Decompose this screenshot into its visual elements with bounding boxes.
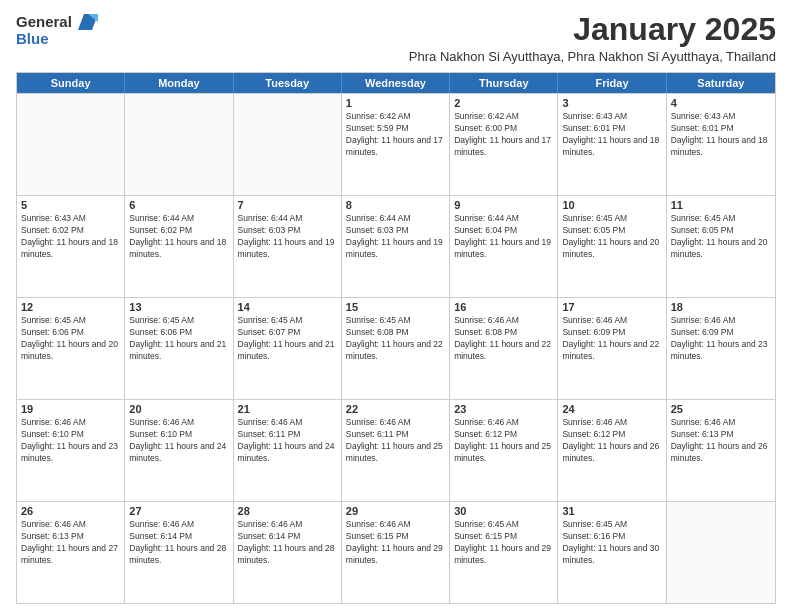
day-number: 31 [562, 505, 661, 517]
day-number: 1 [346, 97, 445, 109]
day-info: Sunrise: 6:43 AMSunset: 6:02 PMDaylight:… [21, 213, 120, 261]
table-row: 28Sunrise: 6:46 AMSunset: 6:14 PMDayligh… [234, 502, 342, 603]
table-row: 2Sunrise: 6:42 AMSunset: 6:00 PMDaylight… [450, 94, 558, 195]
day-number: 22 [346, 403, 445, 415]
table-row: 26Sunrise: 6:46 AMSunset: 6:13 PMDayligh… [17, 502, 125, 603]
day-info: Sunrise: 6:45 AMSunset: 6:05 PMDaylight:… [562, 213, 661, 261]
table-row [667, 502, 775, 603]
day-number: 12 [21, 301, 120, 313]
day-number: 9 [454, 199, 553, 211]
table-row: 23Sunrise: 6:46 AMSunset: 6:12 PMDayligh… [450, 400, 558, 501]
table-row: 24Sunrise: 6:46 AMSunset: 6:12 PMDayligh… [558, 400, 666, 501]
day-info: Sunrise: 6:46 AMSunset: 6:11 PMDaylight:… [238, 417, 337, 465]
calendar-header: Sunday Monday Tuesday Wednesday Thursday… [17, 73, 775, 93]
table-row: 27Sunrise: 6:46 AMSunset: 6:14 PMDayligh… [125, 502, 233, 603]
day-info: Sunrise: 6:45 AMSunset: 6:16 PMDaylight:… [562, 519, 661, 567]
day-info: Sunrise: 6:46 AMSunset: 6:11 PMDaylight:… [346, 417, 445, 465]
day-info: Sunrise: 6:45 AMSunset: 6:06 PMDaylight:… [129, 315, 228, 363]
day-number: 17 [562, 301, 661, 313]
day-info: Sunrise: 6:43 AMSunset: 6:01 PMDaylight:… [562, 111, 661, 159]
day-number: 30 [454, 505, 553, 517]
week-5: 26Sunrise: 6:46 AMSunset: 6:13 PMDayligh… [17, 501, 775, 603]
logo-blue: Blue [16, 30, 49, 47]
table-row: 19Sunrise: 6:46 AMSunset: 6:10 PMDayligh… [17, 400, 125, 501]
table-row: 4Sunrise: 6:43 AMSunset: 6:01 PMDaylight… [667, 94, 775, 195]
table-row: 13Sunrise: 6:45 AMSunset: 6:06 PMDayligh… [125, 298, 233, 399]
day-info: Sunrise: 6:46 AMSunset: 6:13 PMDaylight:… [21, 519, 120, 567]
logo: General Blue [16, 12, 106, 48]
day-number: 10 [562, 199, 661, 211]
day-info: Sunrise: 6:46 AMSunset: 6:12 PMDaylight:… [454, 417, 553, 465]
day-number: 25 [671, 403, 771, 415]
week-2: 5Sunrise: 6:43 AMSunset: 6:02 PMDaylight… [17, 195, 775, 297]
day-number: 11 [671, 199, 771, 211]
title-block: January 2025 Phra Nakhon Si Ayutthaya, P… [106, 12, 776, 64]
day-info: Sunrise: 6:46 AMSunset: 6:09 PMDaylight:… [671, 315, 771, 363]
day-info: Sunrise: 6:44 AMSunset: 6:03 PMDaylight:… [346, 213, 445, 261]
day-info: Sunrise: 6:44 AMSunset: 6:03 PMDaylight:… [238, 213, 337, 261]
week-1: 1Sunrise: 6:42 AMSunset: 5:59 PMDaylight… [17, 93, 775, 195]
day-info: Sunrise: 6:42 AMSunset: 5:59 PMDaylight:… [346, 111, 445, 159]
header-monday: Monday [125, 73, 233, 93]
day-number: 3 [562, 97, 661, 109]
table-row: 7Sunrise: 6:44 AMSunset: 6:03 PMDaylight… [234, 196, 342, 297]
table-row: 10Sunrise: 6:45 AMSunset: 6:05 PMDayligh… [558, 196, 666, 297]
calendar-body: 1Sunrise: 6:42 AMSunset: 5:59 PMDaylight… [17, 93, 775, 603]
day-info: Sunrise: 6:45 AMSunset: 6:07 PMDaylight:… [238, 315, 337, 363]
table-row [234, 94, 342, 195]
day-number: 29 [346, 505, 445, 517]
logo-icon [74, 12, 98, 30]
header-thursday: Thursday [450, 73, 558, 93]
header-friday: Friday [558, 73, 666, 93]
header-tuesday: Tuesday [234, 73, 342, 93]
day-info: Sunrise: 6:45 AMSunset: 6:05 PMDaylight:… [671, 213, 771, 261]
day-number: 23 [454, 403, 553, 415]
month-title: January 2025 [106, 12, 776, 47]
day-info: Sunrise: 6:46 AMSunset: 6:10 PMDaylight:… [129, 417, 228, 465]
day-number: 13 [129, 301, 228, 313]
table-row: 15Sunrise: 6:45 AMSunset: 6:08 PMDayligh… [342, 298, 450, 399]
table-row: 21Sunrise: 6:46 AMSunset: 6:11 PMDayligh… [234, 400, 342, 501]
table-row: 31Sunrise: 6:45 AMSunset: 6:16 PMDayligh… [558, 502, 666, 603]
day-number: 15 [346, 301, 445, 313]
table-row: 14Sunrise: 6:45 AMSunset: 6:07 PMDayligh… [234, 298, 342, 399]
day-number: 8 [346, 199, 445, 211]
day-number: 7 [238, 199, 337, 211]
page: General Blue January 2025 Phra Nakhon Si… [0, 0, 792, 612]
table-row: 22Sunrise: 6:46 AMSunset: 6:11 PMDayligh… [342, 400, 450, 501]
table-row: 29Sunrise: 6:46 AMSunset: 6:15 PMDayligh… [342, 502, 450, 603]
table-row: 11Sunrise: 6:45 AMSunset: 6:05 PMDayligh… [667, 196, 775, 297]
day-info: Sunrise: 6:43 AMSunset: 6:01 PMDaylight:… [671, 111, 771, 159]
table-row: 1Sunrise: 6:42 AMSunset: 5:59 PMDaylight… [342, 94, 450, 195]
day-number: 20 [129, 403, 228, 415]
calendar: Sunday Monday Tuesday Wednesday Thursday… [16, 72, 776, 604]
day-number: 18 [671, 301, 771, 313]
day-number: 27 [129, 505, 228, 517]
table-row: 17Sunrise: 6:46 AMSunset: 6:09 PMDayligh… [558, 298, 666, 399]
header: General Blue January 2025 Phra Nakhon Si… [16, 12, 776, 64]
day-number: 16 [454, 301, 553, 313]
location-title: Phra Nakhon Si Ayutthaya, Phra Nakhon Si… [106, 49, 776, 64]
table-row: 3Sunrise: 6:43 AMSunset: 6:01 PMDaylight… [558, 94, 666, 195]
week-4: 19Sunrise: 6:46 AMSunset: 6:10 PMDayligh… [17, 399, 775, 501]
day-info: Sunrise: 6:42 AMSunset: 6:00 PMDaylight:… [454, 111, 553, 159]
header-wednesday: Wednesday [342, 73, 450, 93]
table-row: 9Sunrise: 6:44 AMSunset: 6:04 PMDaylight… [450, 196, 558, 297]
table-row: 6Sunrise: 6:44 AMSunset: 6:02 PMDaylight… [125, 196, 233, 297]
day-info: Sunrise: 6:46 AMSunset: 6:12 PMDaylight:… [562, 417, 661, 465]
table-row: 8Sunrise: 6:44 AMSunset: 6:03 PMDaylight… [342, 196, 450, 297]
day-info: Sunrise: 6:45 AMSunset: 6:08 PMDaylight:… [346, 315, 445, 363]
table-row [125, 94, 233, 195]
day-info: Sunrise: 6:44 AMSunset: 6:04 PMDaylight:… [454, 213, 553, 261]
table-row: 5Sunrise: 6:43 AMSunset: 6:02 PMDaylight… [17, 196, 125, 297]
day-number: 5 [21, 199, 120, 211]
table-row: 16Sunrise: 6:46 AMSunset: 6:08 PMDayligh… [450, 298, 558, 399]
day-info: Sunrise: 6:44 AMSunset: 6:02 PMDaylight:… [129, 213, 228, 261]
day-number: 4 [671, 97, 771, 109]
table-row: 18Sunrise: 6:46 AMSunset: 6:09 PMDayligh… [667, 298, 775, 399]
day-info: Sunrise: 6:46 AMSunset: 6:14 PMDaylight:… [238, 519, 337, 567]
day-info: Sunrise: 6:46 AMSunset: 6:09 PMDaylight:… [562, 315, 661, 363]
day-number: 19 [21, 403, 120, 415]
day-info: Sunrise: 6:46 AMSunset: 6:08 PMDaylight:… [454, 315, 553, 363]
week-3: 12Sunrise: 6:45 AMSunset: 6:06 PMDayligh… [17, 297, 775, 399]
